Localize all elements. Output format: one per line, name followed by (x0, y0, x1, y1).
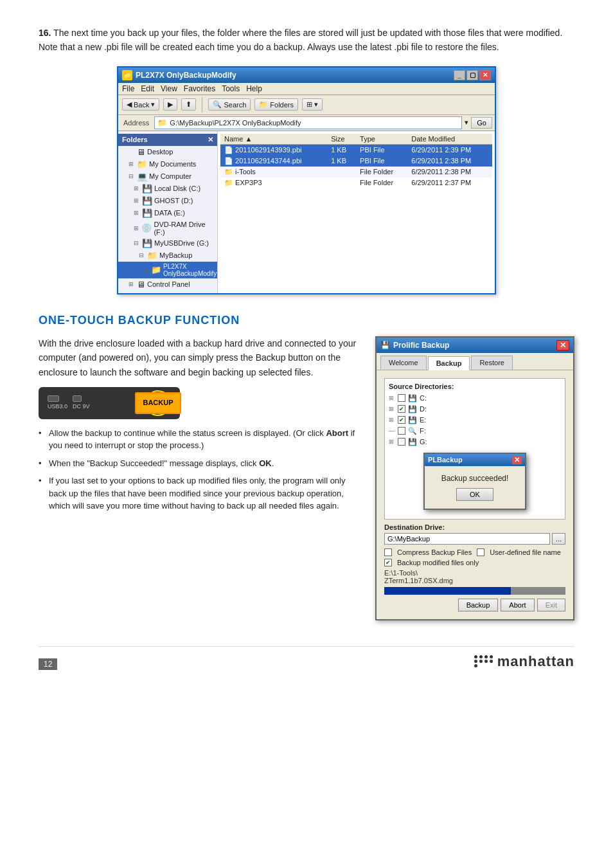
step-number: 16. (39, 28, 51, 38)
forward-button[interactable]: ▶ (163, 98, 177, 111)
checkbox-g[interactable] (398, 438, 405, 446)
step-description: The next time you back up your files, th… (39, 28, 562, 52)
backup-body: Source Directories: ⊞ 💾 C: ⊞ ✔ 💾 D: ⊞ ✔ (377, 370, 573, 619)
tab-backup[interactable]: Backup (428, 356, 470, 370)
sidebar-item-usb[interactable]: ⊟ 💾 MyUSBDrive (G:) (118, 237, 217, 249)
sidebar-item-controlpanel[interactable]: ⊞ 🖥 Control Panel (118, 278, 217, 291)
titlebar-controls[interactable]: _ ▢ ✕ (454, 70, 491, 80)
section-heading: ONE-TOUCH BACKUP FUNCTION (39, 314, 574, 327)
expand-icon: ⊞ (134, 210, 140, 216)
back-button[interactable]: ◀ Back ▾ (122, 98, 159, 111)
tab-welcome[interactable]: Welcome (380, 356, 427, 370)
expand-icon: ⊞ (144, 267, 149, 273)
ok-button[interactable]: OK (456, 488, 493, 501)
go-button[interactable]: Go (471, 117, 492, 129)
progress-bar-fill (384, 587, 511, 595)
explorer-addressbar: Address 📁 G:\MyBackup\PL2X7X OnlyBackupM… (118, 115, 495, 131)
backup-title-left: 💾 Prolific Backup (380, 341, 449, 350)
dropdown-arrow[interactable]: ▾ (465, 118, 468, 127)
menu-favorites[interactable]: Favorites (184, 84, 215, 93)
up-button[interactable]: ⬆ (181, 98, 196, 111)
sidebar-item-desktop[interactable]: 🖥 Desktop (118, 146, 217, 158)
backup-titlebar-icon: 💾 (380, 341, 390, 350)
abort-button[interactable]: Abort (501, 599, 534, 611)
explorer-menubar: File Edit View Favorites Tools Help (118, 83, 495, 95)
menu-view[interactable]: View (161, 84, 177, 93)
drive-item-c[interactable]: ⊞ 💾 C: (389, 393, 561, 404)
expand-icon: ⊞ (129, 281, 135, 287)
drive-icon-c: 💾 (408, 394, 417, 402)
explorer-main: Name ▲ Size Type Date Modified 📄 2011062… (218, 131, 495, 293)
table-row[interactable]: 📁 EXP3P3 File Folder 6/29/2011 2:37 PM (220, 177, 492, 188)
plbackup-titlebar: PLBackup ✕ (425, 454, 525, 466)
address-box[interactable]: 📁 G:\MyBackup\PL2X7X OnlyBackupModify (154, 116, 462, 129)
plbackup-close[interactable]: ✕ (512, 456, 522, 464)
col-name[interactable]: Name ▲ (220, 134, 327, 145)
tab-restore[interactable]: Restore (471, 356, 513, 370)
table-row[interactable]: 📄 20110629143939.pbi 1 KB PBI File 6/29/… (220, 144, 492, 156)
drive-icon-f: 🔍 (408, 427, 417, 435)
explorer-toolbar: ◀ Back ▾ ▶ ⬆ 🔍 Search 📁 Folders ⊞ ▾ (118, 95, 495, 115)
bullet-item-2: When the "Backup Succeeded!" message dis… (39, 457, 360, 470)
sidebar-item-mycomputer[interactable]: ⊟ 💻 My Computer (118, 170, 217, 183)
minimize-button[interactable]: _ (454, 70, 465, 80)
logo-text: manhattan (497, 653, 574, 670)
backup-button-highlight[interactable]: BACKUP (145, 390, 171, 416)
destination-box: ... (384, 533, 565, 545)
sidebar-item-dvd[interactable]: ⊞ 💿 DVD-RAM Drive (F:) (118, 219, 217, 237)
source-header: Source Directories: (389, 383, 561, 390)
plbackup-title: PLBackup (428, 456, 463, 464)
drive-item-f[interactable]: — 🔍 F: (389, 426, 561, 437)
col-size[interactable]: Size (327, 134, 356, 145)
drive-item-d[interactable]: ⊞ ✔ 💾 D: (389, 404, 561, 415)
backup-action-button[interactable]: Backup (458, 599, 499, 611)
device-image: USB3.0 DC 9V BACKUP (39, 387, 180, 419)
backup-device-button[interactable]: BACKUP (135, 392, 181, 414)
compress-checkbox[interactable] (384, 548, 392, 556)
expand-icon: ⊞ (129, 161, 135, 167)
table-row[interactable]: 📁 i-Tools File Folder 6/29/2011 2:38 PM (220, 167, 492, 177)
checkbox-c[interactable] (398, 394, 405, 402)
menu-tools[interactable]: Tools (222, 84, 240, 93)
drive-item-e[interactable]: ⊞ ✔ 💾 E: (389, 415, 561, 426)
address-value: G:\MyBackup\PL2X7X OnlyBackupModify (170, 119, 301, 127)
expand-icon: ⊟ (134, 240, 140, 246)
bullet-item-3: If you last set to your options to back … (39, 475, 360, 512)
menu-help[interactable]: Help (246, 84, 262, 93)
checkbox-f[interactable] (398, 427, 405, 435)
modified-checkbox[interactable]: ✔ (384, 559, 392, 566)
browse-button[interactable]: ... (552, 533, 565, 545)
backup-close-btn[interactable]: ✕ (556, 340, 569, 350)
menu-file[interactable]: File (122, 84, 134, 93)
exit-button[interactable]: Exit (537, 599, 565, 611)
close-button[interactable]: ✕ (479, 70, 491, 80)
col-date[interactable]: Date Modified (407, 134, 492, 145)
page-footer: 12 manhattan (39, 646, 574, 670)
col-type[interactable]: Type (356, 134, 407, 145)
folders-button[interactable]: 📁 Folders (254, 98, 298, 111)
search-button[interactable]: 🔍 Search (208, 98, 251, 111)
restore-button[interactable]: ▢ (466, 70, 478, 80)
sidebar-item-mydocs[interactable]: ⊞ 📁 My Documents (118, 158, 217, 170)
sidebar-item-ghost[interactable]: ⊞ 💾 GHOST (D:) (118, 195, 217, 207)
explorer-window: 📁 PL2X7X OnlyBackupModify _ ▢ ✕ File Edi… (117, 66, 496, 294)
destination-input[interactable] (384, 533, 550, 545)
source-directories: Source Directories: ⊞ 💾 C: ⊞ ✔ 💾 D: ⊞ ✔ (384, 378, 565, 520)
checkbox-e[interactable]: ✔ (398, 416, 405, 424)
sidebar-item-mybackup[interactable]: ⊟ 📁 MyBackup (118, 249, 217, 262)
menu-edit[interactable]: Edit (141, 84, 154, 93)
checkbox-d[interactable]: ✔ (398, 405, 405, 413)
manhattan-logo: manhattan (474, 653, 574, 670)
prolific-backup-window: 💾 Prolific Backup ✕ Welcome Backup Resto… (375, 336, 574, 620)
backup-title-text: Prolific Backup (393, 341, 449, 350)
table-row[interactable]: 📄 20110629143744.pbi 1 KB PBI File 6/29/… (220, 156, 492, 167)
userdef-label: User-defined file name (490, 548, 561, 556)
userdef-checkbox[interactable] (477, 548, 484, 556)
sidebar-close[interactable]: ✕ (208, 136, 213, 144)
sidebar-item-pl2x7x[interactable]: ⊞ 📁 PL2X7X OnlyBackupModify (118, 262, 217, 278)
sidebar-item-localc[interactable]: ⊞ 💾 Local Disk (C:) (118, 183, 217, 195)
views-button[interactable]: ⊞ ▾ (302, 98, 323, 111)
drive-item-g[interactable]: ⊞ 💾 G: (389, 437, 561, 448)
drive-icon-d: 💾 (408, 405, 417, 413)
sidebar-item-data[interactable]: ⊞ 💾 DATA (E:) (118, 207, 217, 219)
